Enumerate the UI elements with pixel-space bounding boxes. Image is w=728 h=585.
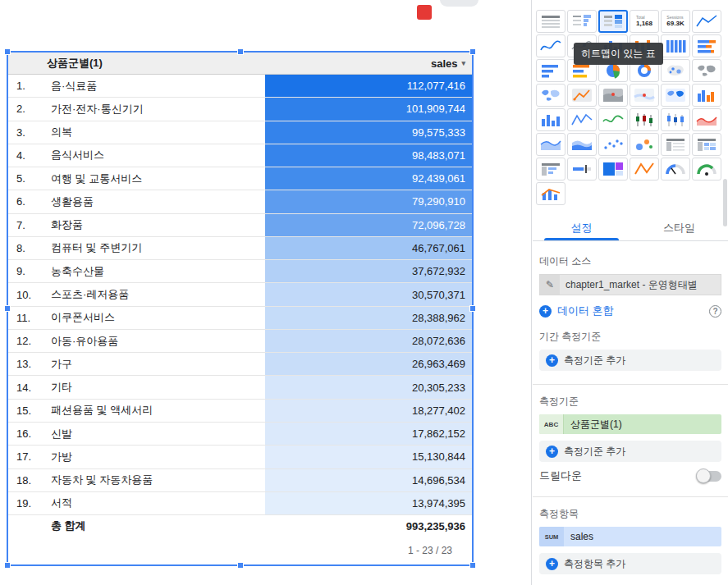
table-row[interactable]: 16. 신발 17,862,152 — [8, 423, 472, 446]
table-row[interactable]: 18. 자동차 및 자동차용품 14,696,534 — [8, 469, 472, 492]
dimension-chip[interactable]: ABC 상품군별(1) — [539, 414, 721, 434]
choropleth-map-icon[interactable] — [661, 84, 690, 107]
table-row[interactable]: 7. 화장품 72,096,728 — [8, 214, 472, 237]
tab-settings[interactable]: 설정 — [533, 215, 630, 240]
table-row[interactable]: 12. 아동·유아용품 28,072,636 — [8, 330, 472, 353]
table-row[interactable]: 13. 가구 26,963,469 — [8, 353, 472, 376]
selection-handle[interactable] — [469, 48, 476, 55]
row-index: 7. — [8, 214, 44, 236]
table-pagination[interactable]: 1 - 23 / 23 — [8, 537, 472, 564]
line-chart-icon[interactable] — [567, 108, 597, 131]
row-category: 컴퓨터 및 주변기기 — [44, 237, 265, 259]
table-row[interactable]: 11. 이쿠폰서비스 28,388,962 — [8, 307, 472, 330]
row-index: 12. — [8, 330, 44, 352]
row-category: 음·식료품 — [44, 75, 265, 97]
filled-geo-map-icon[interactable] — [536, 84, 565, 107]
table-row[interactable]: 19. 서적 13,974,395 — [8, 492, 472, 515]
toolbar-control-partial[interactable] — [440, 0, 478, 7]
metric-column-header[interactable]: sales ▾ — [265, 57, 472, 70]
pivot-table-heatmap-icon[interactable] — [692, 133, 721, 156]
candlestick-chart-icon[interactable] — [630, 108, 659, 131]
table-row[interactable]: 9. 농축수산물 37,672,932 — [8, 260, 472, 283]
bar-chart-icon[interactable] — [536, 59, 565, 82]
table-with-bars-icon[interactable] — [567, 10, 597, 33]
selection-handle[interactable] — [4, 48, 11, 55]
table-with-heatmap-icon[interactable] — [598, 10, 628, 33]
stacked-area-chart-icon[interactable] — [567, 133, 597, 156]
table-row[interactable]: 6. 생활용품 79,290,910 — [8, 190, 472, 213]
pivot-table-bars-icon[interactable] — [536, 158, 565, 181]
selected-color-swatch[interactable] — [417, 5, 432, 20]
geo-chart-icon[interactable] — [692, 59, 721, 82]
bullet-chart-icon[interactable] — [567, 158, 597, 181]
100-stacked-column-chart-icon[interactable] — [661, 34, 690, 57]
stacked-bar-chart-icon[interactable] — [692, 34, 721, 57]
metric-chip[interactable]: SUM sales — [539, 527, 721, 546]
table-row[interactable]: 17. 가방 15,130,844 — [8, 446, 472, 468]
row-category: 농축수산물 — [44, 260, 265, 282]
add-metric-button[interactable]: + 측정항목 추가 — [539, 553, 721, 574]
table-row[interactable]: 10. 스포츠·레저용품 30,570,371 — [8, 283, 472, 306]
table-row[interactable]: 2. 가전·전자·통신기기 101,909,744 — [8, 98, 472, 121]
sparkline-chart-icon[interactable] — [630, 158, 659, 181]
row-value-heatcell: 37,672,932 — [265, 260, 472, 282]
table-row[interactable]: 5. 여행 및 교통서비스 92,439,061 — [8, 167, 472, 190]
table-row[interactable]: 15. 패션용품 및 액세서리 18,277,402 — [8, 400, 472, 423]
google-map-icon[interactable] — [630, 84, 659, 107]
table-row[interactable]: 8. 컴퓨터 및 주변기기 46,767,061 — [8, 237, 472, 260]
add-dimension-button[interactable]: + 측정기준 추가 — [539, 441, 721, 462]
heat-map-icon[interactable] — [598, 84, 628, 107]
row-index: 5. — [8, 167, 44, 190]
row-value-heatcell: 13,974,395 — [265, 492, 472, 514]
row-index: 1. — [8, 75, 44, 97]
column-chart-single-icon[interactable] — [536, 108, 565, 131]
data-source-chip[interactable]: ✎ chapter1_market - 운영형태별 — [539, 274, 721, 295]
row-category: 기타 — [44, 376, 265, 398]
row-index: 19. — [8, 492, 44, 514]
add-date-dimension-button[interactable]: + 측정기준 추가 — [539, 350, 721, 371]
smooth-line-chart-icon[interactable] — [598, 108, 628, 131]
scatter-chart-icon[interactable] — [598, 133, 628, 156]
row-index: 16. — [8, 423, 44, 445]
combo-chart-icon[interactable] — [536, 182, 565, 205]
gauge-chart-icon[interactable] — [661, 158, 690, 181]
geo-bubble-map-icon[interactable] — [661, 59, 690, 82]
selection-handle[interactable] — [237, 562, 244, 569]
table-icon[interactable] — [536, 10, 565, 33]
route-map-icon[interactable] — [567, 84, 597, 107]
gauge-chart-2-icon[interactable] — [692, 158, 721, 181]
area-chart-icon[interactable] — [536, 133, 565, 156]
drilldown-toggle[interactable] — [697, 471, 721, 482]
row-index: 15. — [8, 400, 44, 422]
area-chart-red-icon[interactable] — [692, 108, 721, 131]
treemap-chart-icon[interactable] — [598, 158, 628, 181]
pivot-table-icon[interactable] — [661, 133, 690, 156]
scorecard-compact-icon[interactable]: Sessions69.3K — [661, 10, 690, 33]
table-row[interactable]: 3. 의복 99,575,333 — [8, 121, 472, 144]
selection-handle[interactable] — [4, 562, 11, 569]
table-row[interactable]: 4. 음식서비스 98,483,071 — [8, 144, 472, 167]
selection-handle[interactable] — [469, 562, 476, 569]
tab-style[interactable]: 스타일 — [630, 215, 728, 240]
smoothed-time-series-icon[interactable] — [536, 34, 565, 57]
table-row[interactable]: 14. 기타 20,305,233 — [8, 376, 472, 399]
row-value-heatcell: 112,077,416 — [265, 75, 472, 97]
edit-pencil-icon[interactable]: ✎ — [540, 275, 560, 295]
candlestick-chart-2-icon[interactable] — [661, 108, 690, 131]
chart-type-tooltip: 히트맵이 있는 표 — [574, 43, 663, 65]
selection-handle[interactable] — [237, 48, 244, 55]
panel-scrollbar[interactable] — [723, 179, 727, 226]
selection-handle[interactable] — [4, 305, 11, 312]
time-series-icon[interactable] — [692, 10, 721, 33]
bubble-chart-icon[interactable] — [630, 133, 659, 156]
report-canvas[interactable]: 상품군별(1) sales ▾ 1. 음·식료품 112,077,416 2. … — [0, 0, 532, 585]
scorecard-icon[interactable]: Total1,168 — [630, 10, 659, 33]
row-value-heatcell: 28,388,962 — [265, 307, 472, 329]
blend-data-row[interactable]: + 데이터 혼합 ? — [539, 304, 721, 318]
help-icon[interactable]: ? — [709, 305, 721, 318]
selection-handle[interactable] — [469, 305, 476, 312]
dimension-column-header[interactable]: 상품군별(1) — [8, 56, 265, 71]
grouped-column-chart-icon[interactable] — [692, 84, 721, 107]
table-row[interactable]: 1. 음·식료품 112,077,416 — [8, 75, 472, 98]
heatmap-table-chart[interactable]: 상품군별(1) sales ▾ 1. 음·식료품 112,077,416 2. … — [7, 51, 474, 566]
